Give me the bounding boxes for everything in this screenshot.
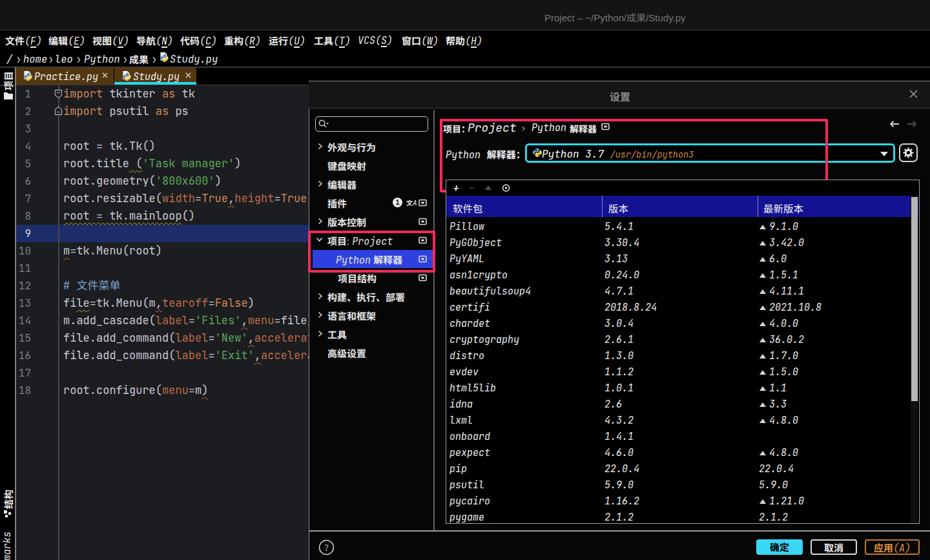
svg-text:?: ? <box>324 541 328 554</box>
